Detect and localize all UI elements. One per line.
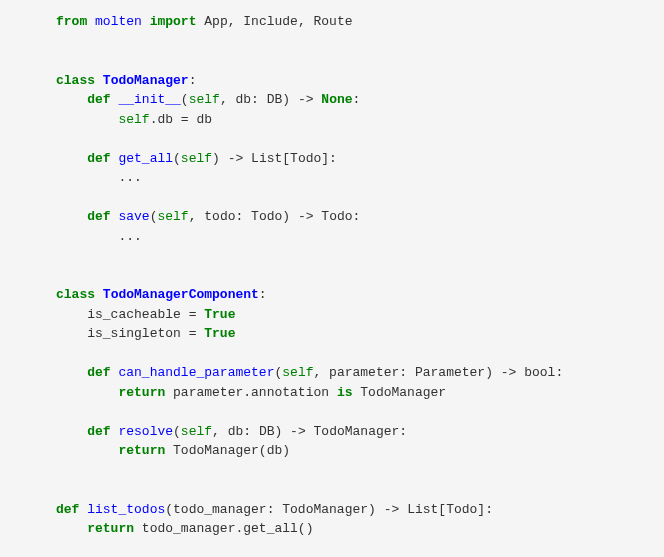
keyword-return: return <box>118 443 165 458</box>
comma: , <box>212 424 228 439</box>
bool-value: True <box>204 326 235 341</box>
keyword-def: def <box>56 502 79 517</box>
self-param: self <box>181 424 212 439</box>
self-param: self <box>157 209 188 224</box>
arrow: -> <box>290 209 321 224</box>
arrow: -> <box>282 424 313 439</box>
comma: , <box>314 365 330 380</box>
return-type: bool <box>524 365 555 380</box>
return-type: TodoManager: <box>314 424 408 439</box>
colon: : <box>555 365 563 380</box>
paren: ( <box>173 151 181 166</box>
comma: , <box>220 92 236 107</box>
expr: parameter.annotation <box>165 385 337 400</box>
method-name: can_handle_parameter <box>118 365 274 380</box>
keyword-def: def <box>87 92 110 107</box>
method-name: save <box>118 209 149 224</box>
return-type: List[Todo]: <box>407 502 493 517</box>
comma: , <box>189 209 205 224</box>
function-name: list_todos <box>87 502 165 517</box>
return-type: Todo: <box>321 209 360 224</box>
keyword-class: class <box>56 73 95 88</box>
colon: : <box>259 287 267 302</box>
paren: ( <box>173 424 181 439</box>
method-name: __init__ <box>118 92 180 107</box>
self-param: self <box>189 92 220 107</box>
arrow: -> <box>290 92 321 107</box>
colon: : <box>189 73 197 88</box>
keyword-is: is <box>337 385 353 400</box>
keyword-import: import <box>150 14 197 29</box>
arrow: -> <box>376 502 407 517</box>
method-name: get_all <box>118 151 173 166</box>
keyword-def: def <box>87 209 110 224</box>
keyword-def: def <box>87 365 110 380</box>
return-type: List[Todo]: <box>251 151 337 166</box>
return-type: None <box>321 92 352 107</box>
bool-value: True <box>204 307 235 322</box>
keyword-def: def <box>87 151 110 166</box>
paren: ( <box>165 502 173 517</box>
paren: ( <box>181 92 189 107</box>
keyword-from: from <box>56 14 87 29</box>
assignment: .db = db <box>150 112 212 127</box>
param: db: DB <box>228 424 275 439</box>
paren: ) <box>485 365 493 380</box>
paren: ) <box>212 151 220 166</box>
method-name: resolve <box>118 424 173 439</box>
colon: : <box>353 92 361 107</box>
self-param: self <box>282 365 313 380</box>
paren: ) <box>368 502 376 517</box>
ellipsis: ... <box>118 229 141 244</box>
param: db: DB <box>236 92 283 107</box>
param: parameter: Parameter <box>329 365 485 380</box>
ellipsis: ... <box>118 170 141 185</box>
expr: TodoManager(db) <box>165 443 290 458</box>
keyword-return: return <box>87 521 134 536</box>
self-param: self <box>181 151 212 166</box>
paren: ) <box>282 209 290 224</box>
keyword-def: def <box>87 424 110 439</box>
class-name: TodoManagerComponent <box>103 287 259 302</box>
import-names: App, Include, Route <box>204 14 352 29</box>
attribute: is_singleton = <box>87 326 204 341</box>
param: todo_manager: TodoManager <box>173 502 368 517</box>
keyword-class: class <box>56 287 95 302</box>
expr: TodoManager <box>352 385 446 400</box>
class-name: TodoManager <box>103 73 189 88</box>
code-block: from molten import App, Include, Route c… <box>0 0 664 557</box>
paren: ) <box>282 92 290 107</box>
keyword-return: return <box>118 385 165 400</box>
expr: todo_manager.get_all() <box>134 521 313 536</box>
attribute: is_cacheable = <box>87 307 204 322</box>
self-ref: self <box>118 112 149 127</box>
code-content: from molten import App, Include, Route c… <box>0 12 664 557</box>
module-name: molten <box>95 14 142 29</box>
param: todo: Todo <box>204 209 282 224</box>
arrow: -> <box>220 151 251 166</box>
arrow: -> <box>493 365 524 380</box>
